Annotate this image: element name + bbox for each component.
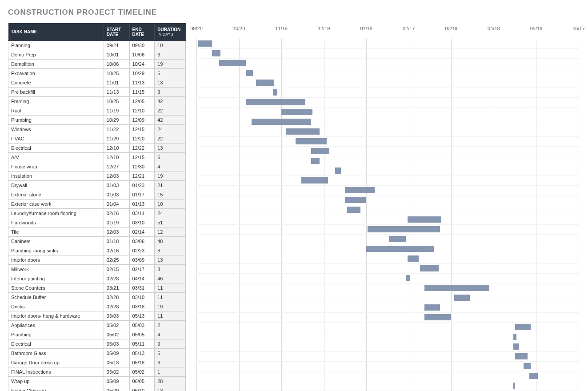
- gantt-row: [196, 117, 579, 127]
- gantt-row: [196, 176, 579, 186]
- gantt-row: [196, 303, 579, 313]
- gantt-bar: [252, 119, 311, 125]
- task-name-cell: Plumbing: [8, 330, 104, 339]
- axis-tick-label: 11/19: [275, 26, 288, 31]
- gantt-bar: [198, 40, 212, 47]
- end-date-cell: 10/06: [129, 50, 155, 60]
- task-name-cell: Pre backfill: [8, 88, 104, 97]
- end-date-cell: 12/22: [129, 144, 155, 153]
- task-name-cell: Demo Prep: [8, 50, 104, 60]
- duration-cell: 51: [155, 218, 186, 227]
- duration-cell: 2: [155, 321, 186, 330]
- duration-cell: 19: [155, 172, 186, 181]
- gantt-row: [196, 205, 579, 215]
- end-date-cell: 03/31: [129, 283, 155, 293]
- gantt-row: [196, 264, 579, 274]
- col-end-date: END DATE: [129, 23, 155, 41]
- gantt-bar: [311, 158, 320, 164]
- start-date-cell: 12/27: [104, 162, 129, 172]
- gantt-bar: [281, 109, 312, 115]
- task-name-cell: Laundry/furnace room flooring: [8, 209, 104, 218]
- table-row: Wrap up05/0906/0528: [8, 377, 186, 386]
- end-date-cell: 05/03: [129, 321, 155, 330]
- end-date-cell: 05/13: [129, 349, 155, 358]
- table-row: Demo Prep10/0110/066: [8, 50, 186, 60]
- axis-tick-label: 06/17: [572, 26, 585, 31]
- task-name-cell: Planning: [8, 41, 104, 50]
- gantt-row: [196, 381, 579, 391]
- end-date-cell: 05/02: [129, 367, 155, 377]
- duration-cell: 11: [155, 283, 186, 293]
- gantt-row: [196, 313, 579, 323]
- gantt-bar: [408, 216, 441, 223]
- axis-tick-label: 12/19: [318, 26, 330, 31]
- duration-cell: 13: [155, 255, 186, 265]
- gantt-row: [196, 342, 579, 352]
- task-name-cell: Cabinets: [8, 237, 104, 246]
- duration-cell: 10: [155, 41, 186, 50]
- duration-cell: 15: [155, 190, 186, 199]
- start-date-cell: 11/19: [104, 106, 129, 116]
- gantt-bar: [366, 246, 434, 252]
- end-date-cell: 03/11: [129, 209, 155, 218]
- start-date-cell: 10/25: [104, 97, 129, 106]
- task-name-cell: Bathroom Glass: [8, 349, 104, 358]
- table-row: Bathroom Glass05/0905/135: [8, 349, 186, 358]
- task-name-cell: Schedule Buffer: [8, 293, 104, 302]
- gantt-bar: [529, 373, 538, 379]
- table-row: Demolition10/0610/2419: [8, 60, 186, 69]
- end-date-cell: 04/14: [129, 274, 155, 283]
- gantt-bar: [368, 226, 440, 232]
- duration-cell: 13: [155, 386, 186, 391]
- start-date-cell: 01/18: [104, 237, 129, 246]
- start-date-cell: 12/10: [104, 144, 129, 153]
- task-name-cell: Decks: [8, 302, 104, 311]
- table-row: Laundry/furnace room flooring02/1603/112…: [8, 209, 186, 218]
- duration-cell: 28: [155, 377, 186, 386]
- table-row: A/V12/1012/156: [8, 153, 186, 162]
- task-name-cell: Appliances: [8, 321, 104, 330]
- start-date-cell: 01/03: [104, 181, 129, 190]
- gantt-bar: [256, 80, 274, 86]
- gantt-row: [196, 332, 579, 342]
- page-title: CONSTRUCTION PROJECT TIMELINE: [8, 8, 580, 17]
- gantt-bar: [424, 304, 440, 311]
- end-date-cell: 05/13: [129, 311, 155, 321]
- start-date-cell: 01/19: [104, 218, 129, 227]
- gantt-bar: [424, 314, 452, 320]
- time-axis: 09/2010/2011/1912/1901/1802/1703/1904/18…: [196, 23, 579, 39]
- gantt-row: [196, 98, 579, 108]
- duration-cell: 5: [155, 349, 186, 358]
- task-name-cell: Insulation: [8, 172, 104, 181]
- gantt-bar: [513, 383, 515, 389]
- start-date-cell: 12/10: [104, 153, 129, 162]
- gantt-row: [196, 108, 579, 117]
- gantt-row: [196, 323, 579, 332]
- table-row: Garage Door dress up05/1305/186: [8, 358, 186, 367]
- end-date-cell: 05/18: [129, 358, 155, 367]
- axis-tick-label: 09/20: [190, 26, 203, 31]
- gantt-row: [196, 225, 579, 235]
- gantt-chart: 09/2010/2011/1912/1901/1802/1703/1904/18…: [196, 23, 580, 391]
- gantt-row: [196, 39, 579, 49]
- end-date-cell: 12/15: [129, 125, 155, 134]
- end-date-cell: 12/15: [129, 153, 155, 162]
- duration-cell: 21: [155, 181, 186, 190]
- task-name-cell: Plumbing: [8, 116, 104, 125]
- table-row: Plumbing05/0205/054: [8, 330, 186, 339]
- start-date-cell: 10/29: [104, 116, 129, 125]
- end-date-cell: 01/17: [129, 190, 155, 199]
- table-row: Cabinets01/1803/0648: [8, 237, 186, 246]
- end-date-cell: 12/20: [129, 134, 155, 144]
- gantt-bar: [345, 187, 375, 193]
- start-date-cell: 02/16: [104, 209, 129, 218]
- table-row: Tile02/0302/1412: [8, 227, 186, 237]
- axis-tick-label: 02/17: [403, 26, 415, 31]
- gantt-bar: [286, 128, 320, 135]
- task-name-cell: Electrical: [8, 144, 104, 153]
- gantt-row: [196, 127, 579, 137]
- task-name-cell: Interior doors: [8, 255, 104, 265]
- start-date-cell: 12/03: [104, 172, 129, 181]
- end-date-cell: 03/06: [129, 237, 155, 246]
- start-date-cell: 05/02: [104, 321, 129, 330]
